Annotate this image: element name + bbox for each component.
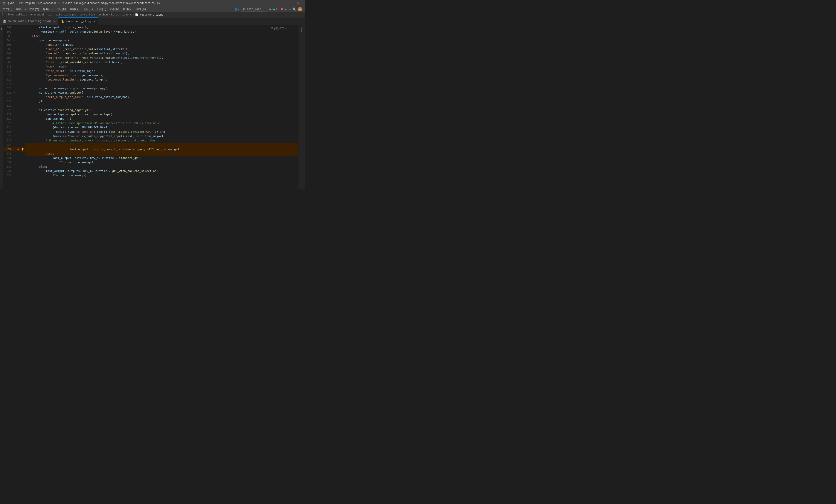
path-part[interactable]: Anaconda3 — [30, 13, 44, 16]
path-part[interactable]: ProgramFiles — [8, 13, 27, 16]
menu-code[interactable]: 代码(C) — [54, 6, 68, 12]
table-row: 519 — [3, 103, 298, 108]
menu-view[interactable]: 视图(V) — [27, 6, 41, 12]
right-panel: SCM — [298, 25, 305, 189]
reload-icon[interactable]: ↺ — [285, 7, 287, 11]
path-part[interactable]: site-packages — [56, 13, 76, 16]
table-row: 505 'inputs': inputs, — [3, 43, 298, 47]
table-row: 535 **normal_gru_kwargs) — [3, 173, 298, 178]
table-row: 527 # Under eager context, check the dev… — [3, 138, 298, 143]
debug-run-icon[interactable]: ▶⏸ — [273, 7, 278, 11]
table-row: 523 # Either user specified GPU or unspe… — [3, 121, 298, 125]
table-row: 510 'mask': mask, — [3, 64, 298, 69]
table-row: 520 if context.executing_eagerly(): — [3, 108, 298, 112]
table-row: 524 (device_type == _GPU_DEVICE_NAME or — [3, 125, 298, 130]
table-row: 506 'init_h': _read_variable_value(initi… — [3, 47, 298, 51]
user-avatar[interactable]: A — [298, 7, 302, 11]
activity-bar: ◉ — [0, 25, 3, 189]
table-row: 518 }) — [3, 99, 298, 103]
tab-notebook-close[interactable]: ✕ — [54, 19, 56, 23]
menu-navigate[interactable]: 导航(G) — [41, 6, 55, 12]
table-row: 534 last_output, outputs, new_h, runtime… — [3, 169, 298, 173]
table-row: 522 can_use_gpu = ( — [3, 117, 298, 121]
close-button[interactable]: ✕ — [293, 0, 303, 6]
path-part[interactable]: layers — [122, 13, 132, 16]
table-row: 507 'kernel': _read_variable_value(self.… — [3, 51, 298, 56]
menu-bar: 文件(F) 编辑(E) 视图(V) 导航(G) 代码(C) 重构(R) 运行(U… — [0, 6, 305, 12]
editor-container: ◉ 阅读器模式 ✓ 501 (last_output, outputs, new… — [0, 25, 305, 189]
menu-refactor[interactable]: 重构(R) — [68, 6, 81, 12]
table-row: 501 (last_output, outputs, new_h, — [3, 25, 298, 30]
notebook-icon: 📓 — [3, 20, 6, 23]
table-row: 511 'time_major': self.time_major, — [3, 69, 298, 73]
tab-notebook[interactable]: 📓 token_model_training.ipynb ✕ — [0, 17, 58, 25]
python-icon: 🐍 — [61, 20, 64, 23]
tab-python-label: recurrent_v2.py — [66, 20, 91, 23]
tab-python[interactable]: 🐍 recurrent_v2.py ✕ — [58, 17, 98, 25]
tab-notebook-label: token_model_training.ipynb — [7, 20, 52, 23]
tab-python-close[interactable]: ✕ — [93, 20, 95, 23]
path-part[interactable]: D: — [2, 13, 5, 16]
menu-edit[interactable]: 编辑(E) — [14, 6, 28, 12]
table-row: 509 'bias': _read_variable_value(self.ce… — [3, 60, 298, 64]
title-bar: My.ipynb - D:\ProgramFiles\Anaconda3\Lib… — [0, 0, 305, 6]
table-row: 504 ▾ gpu_gru_kwargs = { — [3, 38, 298, 43]
user-icon[interactable]: 👤▾ — [234, 7, 239, 11]
table-row: 517 'zero_output_for_mask': self.zero_ou… — [3, 95, 298, 99]
maximize-button[interactable]: □ — [282, 0, 292, 6]
table-row: 531 last_output, outputs, new_h, runtime… — [3, 156, 298, 160]
table-row: 503 else: — [3, 34, 298, 38]
table-row: 525 (device_type is None and config.list… — [3, 130, 298, 134]
menu-tools[interactable]: 工具(T) — [95, 6, 108, 12]
menu-vcs[interactable]: VCS(S) — [108, 6, 121, 12]
table-row: 532 **normal_gru_kwargs) — [3, 160, 298, 164]
reader-mode-area: 阅读器模式 ✓ — [271, 26, 287, 31]
title-bar-left: My.ipynb - D:\ProgramFiles\Anaconda3\Lib… — [2, 2, 160, 5]
table-row: 502 runtime) = self._defun_wrapper.defun… — [3, 30, 298, 34]
data-label-btn[interactable]: 🏷 data_label ▾ — [241, 7, 268, 12]
table-row: 521 device_type = _get_context_device_ty… — [3, 112, 298, 117]
stop-icon[interactable]: ⏹ — [280, 7, 283, 11]
table-row: 514 } — [3, 82, 298, 86]
path-part[interactable]: keras — [111, 13, 119, 16]
app-title: My.ipynb - D:\ProgramFiles\Anaconda3\Lib… — [2, 2, 160, 5]
reader-mode-btn[interactable]: 阅读器模式 — [271, 26, 284, 30]
title-bar-controls: ─ □ ✕ — [271, 0, 303, 6]
table-row: 508 'recurrent_kernel': _read_variable_v… — [3, 56, 298, 60]
code-editor[interactable]: 阅读器模式 ✓ 501 (last_output, outputs, new_h… — [3, 25, 298, 189]
table-row: 533 else: — [3, 164, 298, 169]
table-row: 526 (mask is None or is_cudnn_supported_… — [3, 134, 298, 138]
menu-run[interactable]: 运行(U) — [81, 6, 95, 12]
more-icon[interactable]: ⋯ — [289, 7, 291, 11]
side-icon-scm[interactable]: SCM — [301, 27, 303, 33]
path-bar: D: › ProgramFiles › Anaconda3 › Lib › si… — [0, 12, 305, 18]
path-part[interactable]: python — [98, 13, 108, 16]
path-part[interactable]: Lib — [48, 13, 53, 16]
table-row: 512 'go_backwards': self.go_backwards, — [3, 73, 298, 77]
run-icon[interactable]: ▶ — [269, 7, 272, 11]
search-icon[interactable]: 🔍 — [292, 7, 296, 11]
menu-window[interactable]: 窗口(W) — [121, 6, 135, 12]
code-lines: 501 (last_output, outputs, new_h, 502 ru… — [3, 25, 298, 189]
reader-mode-check[interactable]: ✓ — [285, 26, 287, 31]
table-row: 530 else: — [3, 152, 298, 156]
table-row: 516 ▾ normal_gru_kwargs.update({ — [3, 91, 298, 95]
menu-file[interactable]: 文件(F) — [1, 6, 14, 12]
table-row: 529 ● 💡 last_output, outputs, new_h, run… — [3, 147, 298, 152]
table-row: 515 normal_gru_kwargs = gpu_gru_kwargs.c… — [3, 86, 298, 91]
path-part-file[interactable]: 📄 recurrent_v2.py — [135, 13, 163, 17]
activity-explorer[interactable]: ◉ — [0, 27, 3, 30]
tab-bar: 📓 token_model_training.ipynb ✕ 🐍 recurre… — [0, 18, 305, 25]
table-row: 513 'sequence_lengths': sequence_lengths — [3, 77, 298, 82]
minimize-button[interactable]: ─ — [271, 0, 281, 6]
menu-help[interactable]: 帮助(H) — [135, 6, 148, 12]
path-part[interactable]: tensorflow — [79, 13, 95, 16]
